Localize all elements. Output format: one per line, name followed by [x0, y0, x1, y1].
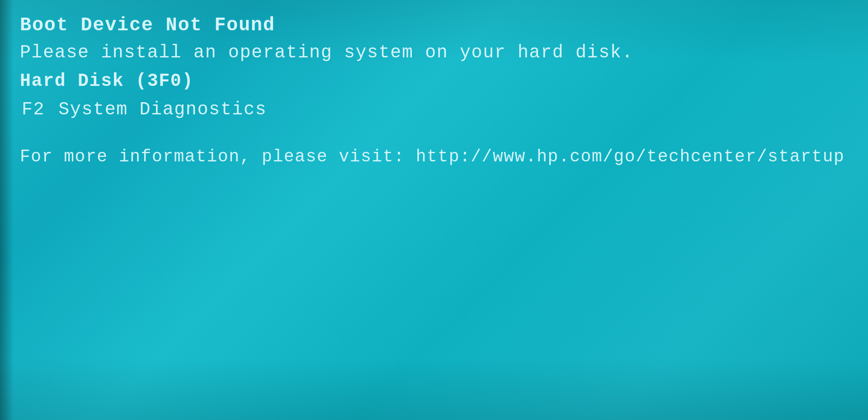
bios-error-screen: Boot Device Not Found Please install an … — [11, 8, 857, 171]
f2-diagnostics-line: F2System Diagnostics — [20, 99, 848, 120]
install-os-message: Please install an operating system on yo… — [20, 42, 848, 63]
f2-key-label: F2 — [22, 99, 45, 120]
f2-description: System Diagnostics — [58, 99, 267, 120]
hard-disk-label: Hard Disk (3F0) — [20, 71, 848, 91]
more-info-line: For more information, please visit: http… — [20, 147, 848, 166]
more-info-url: http://www.hp.com/go/techcenter/startup — [416, 147, 845, 166]
more-info-label: For more information, please visit: — [20, 147, 405, 166]
boot-device-not-found-title: Boot Device Not Found — [20, 14, 848, 36]
